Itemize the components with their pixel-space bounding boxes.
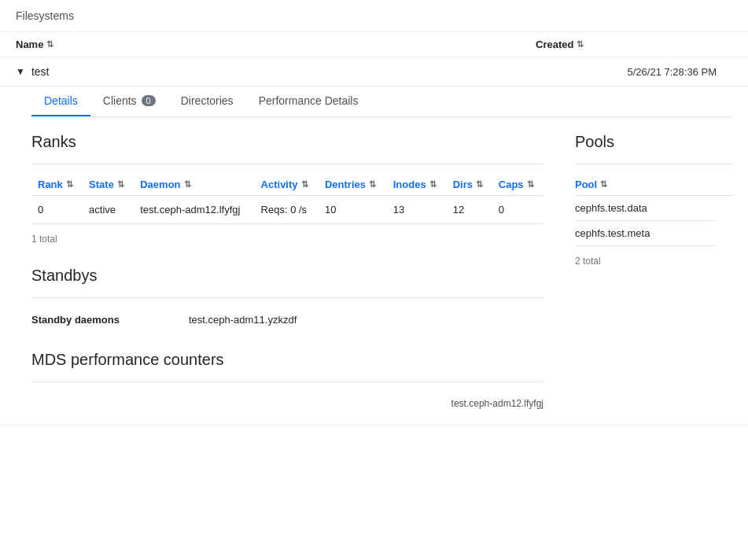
tab-details[interactable]: Details bbox=[31, 87, 90, 116]
daemon-sort-icon: ⇅ bbox=[184, 179, 191, 190]
pools-total: 2 total bbox=[575, 252, 732, 270]
pools-table: Pool ⇅ cephfs.test.data cephfs.test.meta… bbox=[575, 174, 732, 270]
filesystem-name: test bbox=[31, 65, 628, 78]
ranks-title: Ranks bbox=[31, 133, 543, 151]
tab-clients[interactable]: Clients 0 bbox=[90, 87, 168, 116]
mds-daemon-label: test.ceph-adm12.lfyfgj bbox=[31, 392, 543, 409]
inodes-sort-icon: ⇅ bbox=[429, 179, 437, 190]
ranks-total: 1 total bbox=[31, 230, 543, 248]
table-header: Name ⇅ Created ⇅ bbox=[0, 32, 748, 57]
state-cell: active bbox=[83, 196, 134, 224]
ranks-section: Ranks Rank ⇅ bbox=[31, 133, 543, 248]
detail-panel: Details Clients 0 Directories Performanc… bbox=[0, 87, 748, 426]
left-section: Ranks Rank ⇅ bbox=[31, 133, 543, 409]
expand-icon[interactable]: ▼ bbox=[16, 66, 25, 77]
created-sort-icon: ⇅ bbox=[577, 39, 584, 50]
filesystem-row: ▼ test 5/26/21 7:28:36 PM bbox=[0, 57, 748, 87]
daemon-cell: test.ceph-adm12.lfyfgj bbox=[134, 196, 254, 224]
pool-col-header[interactable]: Pool ⇅ bbox=[575, 174, 732, 196]
activity-cell: Reqs: 0 /s bbox=[255, 196, 319, 224]
tab-performance-details[interactable]: Performance Details bbox=[246, 87, 371, 116]
clients-badge: 0 bbox=[142, 95, 156, 106]
caps-col-header[interactable]: Caps ⇅ bbox=[492, 174, 543, 196]
filesystem-created: 5/26/21 7:28:36 PM bbox=[628, 66, 732, 78]
pools-title: Pools bbox=[575, 133, 732, 151]
dirs-sort-icon: ⇅ bbox=[476, 179, 483, 190]
state-col-header[interactable]: State ⇅ bbox=[83, 174, 134, 196]
name-column-header[interactable]: Name ⇅ bbox=[16, 39, 252, 50]
daemon-col-header[interactable]: Daemon ⇅ bbox=[134, 174, 254, 196]
pools-section: Pools Pool ⇅ cephfs.test.data cephfs.tes… bbox=[575, 133, 732, 409]
pool-sort-icon: ⇅ bbox=[600, 179, 607, 190]
ranks-table: Rank ⇅ State ⇅ bbox=[31, 174, 543, 224]
dirs-cell: 12 bbox=[447, 196, 492, 224]
tab-directories[interactable]: Directories bbox=[168, 87, 246, 116]
caps-cell: 0 bbox=[492, 196, 543, 224]
mds-section: MDS performance counters test.ceph-adm12… bbox=[31, 351, 543, 409]
standby-daemons-label: Standby daemons bbox=[31, 314, 189, 326]
name-sort-icon: ⇅ bbox=[46, 39, 53, 50]
standby-daemons-value: test.ceph-adm11.yzkzdf bbox=[189, 314, 297, 326]
list-item: cephfs.test.meta bbox=[575, 221, 717, 246]
activity-sort-icon: ⇅ bbox=[301, 179, 308, 190]
state-sort-icon: ⇅ bbox=[117, 179, 124, 190]
table-row: 0 active test.ceph-adm12.lfyfgj Reqs: 0 … bbox=[31, 196, 543, 224]
top-bar: Filesystems bbox=[0, 0, 748, 32]
filesystems-title: Filesystems bbox=[16, 9, 74, 22]
dentries-col-header[interactable]: Dentries ⇅ bbox=[319, 174, 387, 196]
activity-col-header[interactable]: Activity ⇅ bbox=[255, 174, 319, 196]
dentries-cell: 10 bbox=[319, 196, 387, 224]
dirs-col-header[interactable]: Dirs ⇅ bbox=[447, 174, 492, 196]
inodes-cell: 13 bbox=[387, 196, 447, 224]
standby-row: Standby daemons test.ceph-adm11.yzkzdf bbox=[31, 308, 543, 332]
dentries-sort-icon: ⇅ bbox=[369, 179, 376, 190]
caps-sort-icon: ⇅ bbox=[527, 179, 534, 190]
tabs: Details Clients 0 Directories Performanc… bbox=[31, 87, 732, 117]
created-column-header[interactable]: Created ⇅ bbox=[536, 39, 584, 50]
standbys-section: Standbys Standby daemons test.ceph-adm11… bbox=[31, 267, 543, 332]
inodes-col-header[interactable]: Inodes ⇅ bbox=[387, 174, 447, 196]
rank-cell: 0 bbox=[31, 196, 83, 224]
standbys-title: Standbys bbox=[31, 267, 543, 285]
mds-title: MDS performance counters bbox=[31, 351, 543, 369]
rank-col-header[interactable]: Rank ⇅ bbox=[31, 174, 83, 196]
list-item: cephfs.test.data bbox=[575, 196, 717, 221]
rank-sort-icon: ⇅ bbox=[66, 179, 73, 190]
content-area: Ranks Rank ⇅ bbox=[31, 133, 732, 409]
